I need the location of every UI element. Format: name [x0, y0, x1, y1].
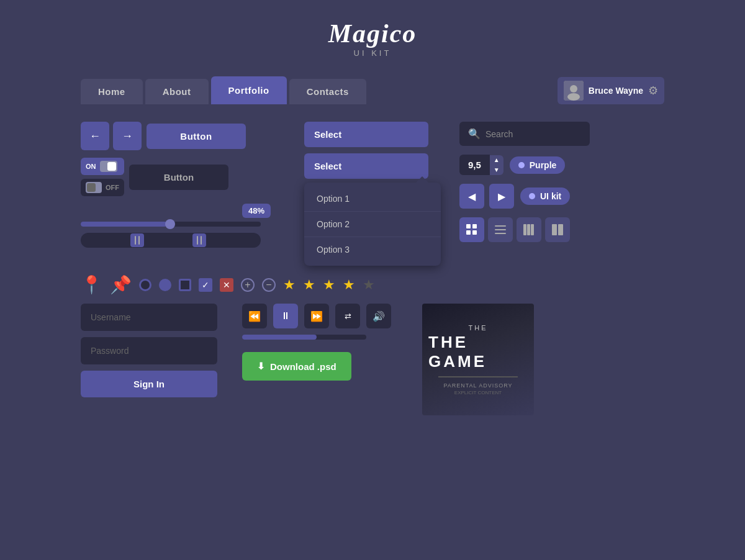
star5-icon[interactable]: ★: [363, 277, 375, 293]
uikit-dot: [529, 193, 535, 199]
close-icon[interactable]: ✕: [220, 278, 233, 292]
slider-section: 48%: [81, 204, 292, 248]
svg-rect-14: [523, 224, 526, 235]
toggle-on-slider: [100, 161, 117, 172]
view-columns[interactable]: [517, 217, 541, 242]
svg-rect-5: [197, 236, 198, 245]
toggle-on[interactable]: ON: [81, 158, 124, 175]
pin-filled-icon[interactable]: 📍: [81, 274, 102, 295]
rewind-button[interactable]: ⏪: [242, 304, 267, 328]
password-input[interactable]: [81, 337, 217, 364]
svg-rect-8: [472, 224, 477, 228]
svg-rect-11: [495, 225, 506, 227]
prev-button[interactable]: ◀: [459, 184, 484, 209]
stepper-up[interactable]: ▲: [490, 155, 503, 165]
signin-button[interactable]: Sign In: [81, 371, 217, 397]
uikit-tag[interactable]: UI kit: [520, 187, 570, 205]
player-slider[interactable]: [242, 335, 366, 340]
button2[interactable]: Button: [129, 165, 228, 190]
dropdown-menu: Option 1 Option 2 Option 3: [304, 183, 441, 266]
svg-rect-4: [138, 236, 140, 245]
dropdown-item-3[interactable]: Option 3: [304, 237, 441, 262]
svg-point-1: [570, 85, 577, 93]
progress-bubble: 48%: [242, 204, 271, 218]
purple-dot: [518, 162, 525, 168]
toggle-off-slider: [86, 182, 102, 193]
select2[interactable]: Select Option 1 Option 2 Option 3: [304, 153, 428, 179]
fast-forward-button[interactable]: ⏩: [304, 304, 329, 328]
select1[interactable]: Select Option 1 Option 2 Option 3: [304, 122, 428, 147]
star2-icon[interactable]: ★: [303, 277, 315, 293]
player-progress: [242, 335, 317, 340]
search-icon: 🔍: [468, 128, 481, 140]
slider-track2[interactable]: [81, 233, 261, 248]
view-toggle: [459, 217, 602, 242]
prev-next-controls: ◀ ▶: [459, 184, 514, 209]
view-grid[interactable]: [459, 217, 484, 242]
bottom-row: Sign In ⏪ ⏸ ⏩ ⇄ 🔊 ⬇ Download .psd: [81, 304, 664, 415]
nav-tab-contacts[interactable]: Contacts: [289, 79, 366, 104]
avatar: [564, 81, 584, 101]
icons-row: 📍 📌 ✓ ✕ + − ★ ★ ★ ★ ★: [81, 274, 664, 295]
pause-button[interactable]: ⏸: [273, 304, 298, 328]
user-name: Bruce Wayne: [589, 86, 643, 96]
dropdown-arrow: [416, 176, 428, 183]
media-player: ⏪ ⏸ ⏩ ⇄ 🔊 ⬇ Download .psd: [242, 304, 410, 381]
search-box: 🔍: [459, 122, 590, 146]
slider-handle1[interactable]: [130, 233, 144, 247]
user-badge[interactable]: Bruce Wayne ⚙: [558, 77, 664, 104]
radio-filled-icon[interactable]: [159, 279, 171, 291]
download-button[interactable]: ⬇ Download .psd: [242, 352, 351, 381]
nav-row: Home About Portfolio Contacts Bruce Wayn…: [81, 76, 664, 104]
toggle-off[interactable]: OFF: [81, 179, 124, 196]
shuffle-button[interactable]: ⇄: [335, 304, 360, 328]
download-label: Download .psd: [270, 361, 336, 372]
gear-icon[interactable]: ⚙: [648, 84, 658, 97]
nav-tab-about[interactable]: About: [145, 79, 209, 104]
next-button[interactable]: ▶: [489, 184, 514, 209]
purple-tag[interactable]: Purple: [510, 156, 566, 174]
star3-icon[interactable]: ★: [323, 277, 335, 293]
nav-tab-home[interactable]: Home: [81, 79, 143, 104]
dropdown-item-2[interactable]: Option 2: [304, 212, 441, 237]
stepper-buttons: ▲ ▼: [490, 155, 503, 175]
right-controls: 🔍 9,5 ▲ ▼ Purple: [459, 122, 602, 242]
radio-empty-icon[interactable]: [139, 279, 151, 291]
checkbox-empty-icon[interactable]: [179, 279, 191, 291]
svg-rect-6: [201, 236, 202, 245]
select1-wrapper: Select Option 1 Option 2 Option 3: [304, 122, 428, 147]
checkbox-checked-icon[interactable]: ✓: [199, 278, 212, 292]
page-container: Magico UI KIT Home About Portfolio Conta…: [0, 0, 745, 560]
svg-point-2: [567, 93, 580, 101]
plus-icon[interactable]: +: [241, 278, 255, 292]
svg-rect-15: [527, 224, 530, 235]
stepper-value: 9,5: [459, 155, 490, 175]
slider-track1[interactable]: [81, 222, 261, 227]
forward-button[interactable]: →: [113, 122, 142, 150]
svg-rect-7: [466, 224, 471, 228]
header: Magico UI KIT: [0, 0, 745, 58]
back-button[interactable]: ←: [81, 122, 109, 150]
album-title: THE GAME: [428, 333, 528, 371]
stepper-down[interactable]: ▼: [490, 165, 503, 175]
minus-icon[interactable]: −: [262, 278, 276, 292]
slider-thumb1[interactable]: [165, 219, 175, 229]
star4-icon[interactable]: ★: [343, 277, 355, 293]
volume-button[interactable]: 🔊: [366, 304, 391, 328]
pin-outline-icon[interactable]: 📌: [110, 274, 132, 295]
dropdown-item-1[interactable]: Option 1: [304, 186, 441, 212]
slider-handle2[interactable]: [192, 233, 206, 247]
stepper: 9,5 ▲ ▼: [459, 155, 503, 175]
button1[interactable]: Button: [147, 124, 246, 149]
view-list[interactable]: [488, 217, 513, 242]
svg-rect-13: [495, 233, 506, 234]
album-art-inner: THE THE GAME PARENTAL ADVISORY EXPLICIT …: [422, 304, 534, 415]
download-icon: ⬇: [257, 361, 265, 372]
nav-tab-portfolio[interactable]: Portfolio: [211, 76, 287, 104]
view-fullscreen[interactable]: [545, 217, 570, 242]
search-input[interactable]: [485, 129, 581, 139]
username-input[interactable]: [81, 304, 217, 331]
app-title: Magico: [0, 19, 745, 48]
main-content: Home About Portfolio Contacts Bruce Wayn…: [0, 76, 745, 415]
star1-icon[interactable]: ★: [283, 277, 296, 293]
